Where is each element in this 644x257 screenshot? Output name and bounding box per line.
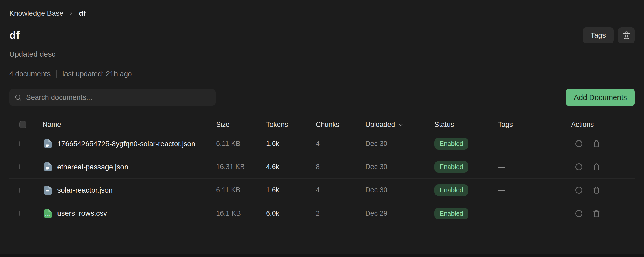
trash-icon [593, 186, 600, 194]
document-name-link[interactable]: solar-reactor.json [57, 186, 113, 194]
search-input[interactable] [26, 93, 210, 102]
circle-icon[interactable] [575, 140, 582, 147]
trash-icon [593, 140, 600, 147]
knowledge-base-page: Knowledge Base df df Tags Updated desc 4… [0, 0, 644, 225]
document-uploaded-date: Dec 30 [365, 163, 434, 171]
document-tokens: 6.0k [266, 210, 316, 218]
row-checkbox[interactable] [19, 141, 20, 146]
stats-row: 4 documents last updated: 21h ago [9, 70, 635, 78]
select-all-checkbox[interactable] [19, 121, 26, 128]
trash-icon [593, 210, 600, 217]
document-name-link[interactable]: 1766542654725-8ygfqn0-solar-reactor.json [57, 140, 195, 148]
status-badge: Enabled [434, 208, 468, 219]
json-file-icon [44, 139, 52, 148]
document-name-link[interactable]: users_rows.csv [57, 209, 107, 218]
column-header-actions: Actions [571, 121, 635, 129]
document-tokens: 1.6k [266, 186, 316, 194]
delete-document-button[interactable] [593, 140, 600, 147]
breadcrumb-current: df [79, 9, 86, 18]
status-badge: Enabled [434, 184, 468, 196]
row-checkbox[interactable] [19, 211, 20, 216]
trash-icon [622, 31, 631, 39]
document-chunks: 2 [316, 210, 365, 218]
document-name-link[interactable]: ethereal-passage.json [57, 163, 128, 171]
stats-divider [56, 70, 57, 78]
page-description: Updated desc [9, 50, 635, 59]
document-chunks: 4 [316, 140, 365, 148]
breadcrumb: Knowledge Base df [9, 0, 635, 18]
status-badge: Enabled [434, 161, 468, 173]
document-tags: — [498, 163, 571, 171]
table-body: 1766542654725-8ygfqn0-solar-reactor.json… [9, 132, 635, 225]
circle-icon[interactable] [575, 163, 582, 170]
chevron-down-icon [398, 122, 404, 128]
column-header-tokens: Tokens [266, 121, 316, 129]
document-tokens: 4.6k [266, 163, 316, 171]
tags-button[interactable]: Tags [583, 27, 614, 43]
table-row: 1766542654725-8ygfqn0-solar-reactor.json… [9, 132, 635, 155]
add-documents-button[interactable]: Add Documents [566, 89, 635, 106]
window-bottom-edge [0, 254, 644, 257]
table-header-row: Name Size Tokens Chunks Uploaded Status … [9, 117, 635, 132]
document-uploaded-date: Dec 30 [365, 140, 434, 148]
last-updated: last updated: 21h ago [62, 70, 132, 78]
document-chunks: 4 [316, 186, 365, 194]
document-count: 4 documents [9, 70, 51, 78]
column-header-name: Name [43, 121, 216, 129]
column-header-chunks: Chunks [316, 121, 365, 129]
document-tokens: 1.6k [266, 140, 316, 148]
document-size: 6.11 KB [216, 140, 266, 148]
json-file-icon [44, 162, 52, 171]
search-box[interactable] [9, 89, 216, 106]
json-file-icon [44, 186, 52, 195]
document-chunks: 8 [316, 163, 365, 171]
delete-document-button[interactable] [593, 210, 600, 217]
table-row: csv users_rows.csv 16.1 KB 6.0k 2 Dec 29… [9, 202, 635, 225]
svg-text:csv: csv [45, 214, 50, 217]
column-header-tags: Tags [498, 121, 571, 129]
column-header-status: Status [434, 121, 498, 129]
table-row: ethereal-passage.json 16.31 KB 4.6k 8 De… [9, 155, 635, 179]
document-size: 6.11 KB [216, 186, 266, 194]
circle-icon[interactable] [575, 210, 582, 217]
trash-icon [593, 163, 600, 171]
document-size: 16.31 KB [216, 163, 266, 171]
chevron-right-icon [68, 10, 74, 16]
document-uploaded-date: Dec 29 [365, 210, 434, 218]
document-tags: — [498, 210, 571, 218]
breadcrumb-knowledge-base-link[interactable]: Knowledge Base [9, 9, 63, 18]
column-header-size: Size [216, 121, 266, 129]
search-icon [14, 94, 22, 101]
document-tags: — [498, 140, 571, 148]
row-checkbox[interactable] [19, 164, 20, 169]
page-title: df [9, 29, 20, 42]
delete-document-button[interactable] [593, 163, 600, 171]
document-uploaded-date: Dec 30 [365, 186, 434, 194]
document-tags: — [498, 186, 571, 194]
table-row: solar-reactor.json 6.11 KB 1.6k 4 Dec 30… [9, 179, 635, 202]
document-size: 16.1 KB [216, 210, 266, 218]
documents-table: Name Size Tokens Chunks Uploaded Status … [9, 117, 635, 225]
circle-icon[interactable] [575, 187, 582, 194]
row-checkbox[interactable] [19, 188, 20, 193]
status-badge: Enabled [434, 138, 468, 150]
delete-document-button[interactable] [593, 186, 600, 194]
column-header-uploaded[interactable]: Uploaded [365, 121, 434, 129]
delete-knowledge-base-button[interactable] [618, 27, 635, 43]
csv-file-icon: csv [44, 209, 52, 218]
